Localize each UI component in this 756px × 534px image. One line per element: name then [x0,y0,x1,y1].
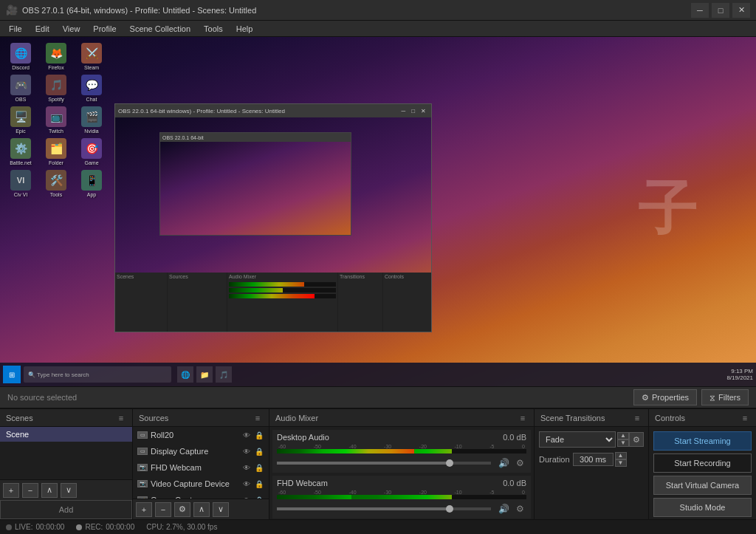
close-button[interactable]: ✕ [732,3,750,18]
desktop-icon: 🎮 OBS [6,75,35,102]
filters-label: Filters [718,393,740,402]
mute-icon-desktop[interactable]: 🔊 [497,456,510,470]
audio-track-desktop: Desktop Audio 0.0 dB -60 -50 -40 -30 -20… [272,430,531,473]
desktop-icon-row-2: 🎮 OBS 🎵 Spotify 💬 Chat [6,75,113,102]
move-scene-down-button[interactable]: ∨ [61,483,77,498]
menu-tools[interactable]: Tools [198,21,229,36]
scenes-menu-icon[interactable]: ≡ [116,413,126,423]
nested-transitions: Transitions [338,273,382,332]
tick: -30 [384,490,391,495]
source-item-video-capture[interactable]: 📷 Video Capture Device 👁 🔒 [133,476,269,492]
desktop-icon: 🎬 Nvidia [77,106,106,134]
filters-icon: ⧖ [709,393,715,403]
tick: -40 [348,444,356,449]
remove-scene-button[interactable]: − [22,483,38,498]
menu-profile[interactable]: Profile [87,21,122,36]
transition-gear-button[interactable]: ⚙ [629,432,644,447]
visibility-icon[interactable]: 👁 [241,430,252,440]
slider-thumb[interactable] [446,459,453,467]
source-name-webcam: FHD Webcam [151,463,202,472]
menu-file[interactable]: File [3,21,28,36]
icon-img: 🎮 [10,75,31,95]
move-source-up-button[interactable]: ∧ [193,502,210,517]
nested-controls: Controls [383,273,431,332]
duration-down-button[interactable]: ▼ [615,459,627,467]
transition-down-button[interactable]: ▼ [617,439,629,447]
studio-mode-button[interactable]: Studio Mode [653,498,752,517]
add-scene-button[interactable]: + [3,483,19,498]
icon-label: Chat [86,97,97,102]
source-item-right: 👁 🔒 [241,479,264,489]
visibility-icon[interactable]: 👁 [241,446,252,456]
nested-sources: Sources [168,273,227,332]
desktop-icon-row-4: ⚙️ Battle.net 🗂️ Folder 🎯 Game [6,138,113,165]
nested-meter-bar-2 [229,288,283,292]
filters-button[interactable]: ⧖ Filters [701,389,749,405]
transition-select[interactable]: Fade Cut [539,431,616,448]
start-recording-button[interactable]: Start Recording [653,453,752,473]
audio-mixer-panel: Audio Mixer ≡ Desktop Audio 0.0 dB -60 -… [269,409,535,519]
visibility-icon[interactable]: 👁 [241,479,252,489]
controls-menu-icon[interactable]: ≡ [740,413,750,423]
lock-icon[interactable]: 🔒 [254,430,264,440]
menu-view[interactable]: View [57,21,86,36]
transitions-menu-icon[interactable]: ≡ [632,413,642,423]
menu-edit[interactable]: Edit [30,21,55,36]
settings-icon-webcam[interactable]: ⚙ [513,502,526,516]
duration-label: Duration [539,455,570,464]
meter-ticks: -60 -50 -40 -30 -20 -10 -5 0 [277,490,526,495]
settings-icon-desktop[interactable]: ⚙ [513,456,526,470]
menubar: File Edit View Profile Scene Collection … [0,21,756,37]
menu-scene-collection[interactable]: Scene Collection [124,21,197,36]
audio-menu-icon[interactable]: ≡ [518,413,528,423]
desktop-icon: 🦊 Firefox [41,43,71,70]
slider-thumb[interactable] [446,505,453,513]
volume-slider-desktop[interactable] [277,462,491,465]
add-source-button[interactable]: + [136,502,152,517]
properties-button[interactable]: ⚙ Properties [633,389,697,405]
source-item-display[interactable]: ▭ Display Capture 👁 🔒 [133,443,269,459]
live-label: LIVE: [15,523,32,531]
start-virtual-camera-button[interactable]: Start Virtual Camera [653,476,752,495]
add-scene-label-btn[interactable]: Add [0,500,132,519]
nested-meter-bar-1 [229,282,304,287]
meter-fill-webcam [277,495,351,499]
volume-slider-webcam[interactable] [277,507,491,510]
transition-row: Fade Cut ▲ ▼ ⚙ [539,431,644,448]
source-settings-button[interactable]: ⚙ [174,502,190,517]
lock-icon[interactable]: 🔒 [254,446,264,456]
bottom-section: Scenes ≡ Scene + − ∧ ∨ Add Sources ≡ [0,408,756,534]
duration-up-button[interactable]: ▲ [615,452,627,459]
sources-menu-icon[interactable]: ≡ [252,413,263,423]
nested-min: ─ [399,108,408,114]
sources-list: ▭ Roll20 👁 🔒 ▭ Display Capture 👁 [133,427,269,499]
visibility-icon[interactable]: 👁 [241,462,252,473]
menu-help[interactable]: Help [230,21,259,36]
minimize-button[interactable]: ─ [691,3,709,18]
source-item-roll20[interactable]: ▭ Roll20 👁 🔒 [133,427,269,443]
lock-icon[interactable]: 🔒 [254,479,264,489]
source-item-right: 👁 🔒 [241,430,264,440]
transition-up-button[interactable]: ▲ [617,432,629,439]
scene-item[interactable]: Scene [0,427,132,442]
lock-icon[interactable]: 🔒 [254,462,264,473]
taskbar-time: 9:13 PM [726,368,753,374]
move-source-down-button[interactable]: ∨ [213,502,229,517]
audio-panel-header: Audio Mixer ≡ [269,409,534,427]
source-item-right: 👁 🔒 [241,462,264,473]
tick: -60 [278,444,286,449]
maximize-button[interactable]: □ [712,3,729,18]
mute-icon-webcam[interactable]: 🔊 [497,502,510,516]
duration-value: 300 ms [573,453,614,466]
remove-source-button[interactable]: − [155,502,171,517]
controls-panel: Controls ≡ Start Streaming Start Recordi… [649,409,756,519]
taskbar-icon-2: 📁 [196,366,213,383]
icon-label: Epic [16,129,26,134]
source-item-webcam[interactable]: 📷 FHD Webcam 👁 🔒 [133,459,269,476]
move-scene-up-button[interactable]: ∧ [41,483,58,498]
source-item-left: ▭ Display Capture [137,447,208,456]
start-streaming-button[interactable]: Start Streaming [653,431,752,451]
source-item-game-capture[interactable]: 🎮 Game Capture 👁 🔒 [133,492,269,499]
sources-header-label: Sources [139,414,168,422]
cpu-label: CPU: 2.7%, 30.00 fps [146,523,217,531]
